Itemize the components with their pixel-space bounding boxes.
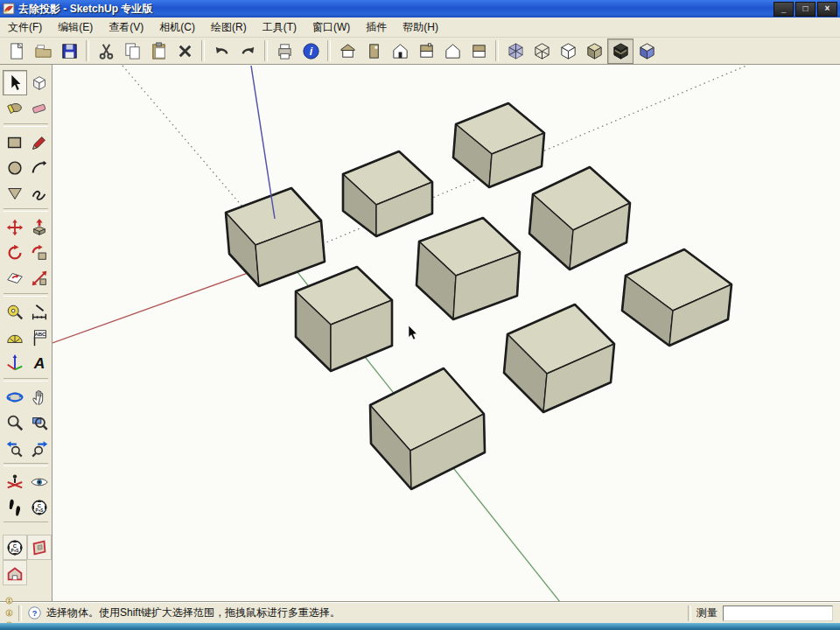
- polygon-tool[interactable]: [3, 180, 27, 206]
- svg-text:C: C: [13, 542, 18, 548]
- compass-plugin-icon: CP+S: [5, 538, 24, 557]
- zoom-icon: [5, 413, 24, 432]
- view-front-button[interactable]: [387, 38, 413, 64]
- viewport-3d[interactable]: [52, 65, 840, 602]
- offset-icon: [5, 269, 24, 288]
- arc-tool[interactable]: [27, 155, 52, 180]
- palette-row: [0, 130, 52, 155]
- status-badge-2[interactable]: [5, 607, 13, 620]
- style-xray-button[interactable]: [502, 38, 528, 64]
- toolbar-separator: [86, 40, 89, 61]
- measure-input[interactable]: [723, 606, 833, 621]
- menu-item-file[interactable]: 文件(F): [0, 18, 50, 38]
- style-hidden-line-button[interactable]: [555, 38, 581, 64]
- look-around-tool[interactable]: [27, 469, 52, 494]
- style-monochrome-button[interactable]: [634, 38, 660, 64]
- cut-button[interactable]: [93, 38, 119, 64]
- view-top-button[interactable]: [413, 38, 439, 64]
- pan-tool[interactable]: [27, 384, 52, 410]
- tape-measure-icon: [5, 303, 24, 322]
- line-tool[interactable]: [27, 130, 52, 155]
- cut-icon: [96, 41, 116, 61]
- select-icon: [5, 74, 24, 93]
- 3d-text-tool[interactable]: A: [27, 350, 52, 375]
- walk-tool[interactable]: [3, 494, 27, 520]
- view-iso-button[interactable]: [334, 38, 360, 64]
- copy-button[interactable]: [119, 38, 145, 64]
- style-textured-button[interactable]: [607, 38, 634, 64]
- rectangle-tool[interactable]: [3, 130, 27, 155]
- select-tool[interactable]: [3, 70, 27, 95]
- view-back-button[interactable]: [439, 38, 466, 64]
- scale-tool[interactable]: [27, 265, 52, 290]
- menu-item-camera[interactable]: 相机(C): [151, 18, 203, 38]
- style-shaded-button[interactable]: [581, 38, 607, 64]
- window-title: 去除投影 - SketchUp 专业版: [18, 2, 774, 17]
- tape-measure-tool[interactable]: [3, 299, 27, 325]
- palette-row: [0, 180, 52, 206]
- section-house-tool[interactable]: [3, 560, 27, 585]
- dimension-icon: [30, 303, 49, 322]
- axes-tool[interactable]: [3, 350, 27, 375]
- save-button[interactable]: [56, 38, 82, 64]
- compass-plugin-tool[interactable]: CP+S: [3, 535, 27, 560]
- push-pull-tool[interactable]: [27, 214, 52, 240]
- palette-row: CP+S: [0, 535, 52, 560]
- open-button[interactable]: [30, 38, 56, 64]
- zoom-tool[interactable]: [3, 410, 27, 435]
- tool-palette: ABCACP+SCP+S: [0, 65, 52, 602]
- text-tool[interactable]: ABC: [27, 325, 52, 350]
- menu-item-plugins[interactable]: 插件: [358, 18, 395, 38]
- view-left-button[interactable]: [466, 38, 492, 64]
- menu-item-help[interactable]: 帮助(H): [395, 18, 446, 38]
- circle-tool[interactable]: [3, 155, 27, 180]
- dimension-tool[interactable]: [27, 299, 52, 325]
- palette-row: [0, 469, 52, 494]
- orbit-tool[interactable]: [3, 384, 27, 410]
- erase-button[interactable]: [172, 38, 198, 64]
- print-button[interactable]: [271, 38, 298, 64]
- close-button[interactable]: ×: [817, 2, 837, 17]
- maximize-button[interactable]: □: [795, 2, 816, 17]
- palette-row: [0, 560, 52, 585]
- paint-bucket-tool[interactable]: [3, 95, 27, 121]
- menu-item-tools[interactable]: 工具(T): [255, 18, 304, 38]
- redo-button[interactable]: [234, 38, 261, 64]
- menu-item-window[interactable]: 窗口(W): [304, 18, 358, 38]
- menu-item-view[interactable]: 查看(V): [101, 18, 151, 38]
- open-icon: [33, 41, 53, 61]
- protractor-tool[interactable]: [3, 325, 27, 350]
- camera-compass-tool[interactable]: CP+S: [27, 494, 52, 520]
- eraser-tool[interactable]: [27, 95, 52, 121]
- drawing-canvas[interactable]: [52, 65, 840, 602]
- title-bar[interactable]: 去除投影 - SketchUp 专业版 _ □ ×: [0, 0, 840, 18]
- palette-row: CP+S: [0, 494, 52, 520]
- new-button[interactable]: [4, 38, 30, 64]
- menu-item-edit[interactable]: 编辑(E): [50, 18, 101, 38]
- scale-icon: [30, 269, 49, 288]
- camera-compass-icon: CP+S: [30, 498, 49, 517]
- style-wireframe-button[interactable]: [528, 38, 555, 64]
- rotate-tool[interactable]: [3, 240, 27, 265]
- minimize-button[interactable]: _: [774, 2, 794, 17]
- style-monochrome-icon: [637, 41, 657, 61]
- next-tool[interactable]: [27, 435, 52, 460]
- move-tool[interactable]: [3, 214, 27, 240]
- freehand-tool[interactable]: [27, 180, 52, 206]
- offset-tool[interactable]: [3, 265, 27, 290]
- section-plane-tool[interactable]: [27, 535, 52, 560]
- paste-button[interactable]: [145, 38, 172, 64]
- section-plane-icon: [30, 538, 49, 557]
- model-info-button[interactable]: i: [298, 38, 324, 64]
- follow-me-tool[interactable]: [27, 240, 52, 265]
- previous-tool[interactable]: [3, 435, 27, 460]
- position-camera-tool[interactable]: [3, 469, 27, 494]
- status-badge-1[interactable]: [5, 595, 13, 607]
- zoom-window-tool[interactable]: [27, 410, 52, 435]
- view-right-button[interactable]: [360, 38, 387, 64]
- make-component-tool[interactable]: [27, 70, 52, 95]
- menu-item-draw[interactable]: 绘图(R): [203, 18, 255, 38]
- toolbar-separator: [201, 40, 205, 61]
- help-icon[interactable]: ?: [27, 606, 42, 620]
- undo-button[interactable]: [208, 38, 234, 64]
